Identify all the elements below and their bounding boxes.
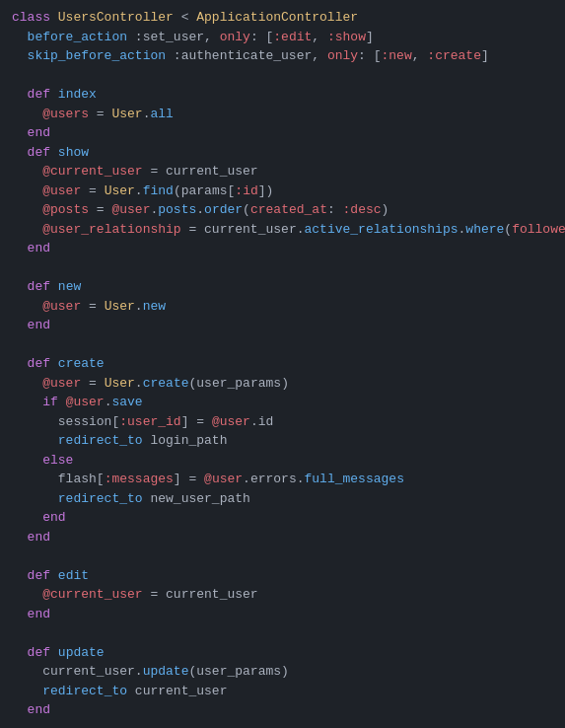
- token-ivar: @user: [212, 414, 250, 429]
- token-kw: else: [42, 453, 73, 468]
- token-method: edit: [58, 568, 89, 583]
- code-line: @user_relationship = current_user.active…: [0, 220, 565, 240]
- token-plain: ,: [312, 30, 327, 44]
- token-method: create: [58, 356, 105, 371]
- token-plain: ): [382, 202, 389, 217]
- code-line: [0, 546, 565, 566]
- token-plain: [12, 433, 58, 448]
- token-plain: [12, 684, 42, 698]
- token-plain: [12, 202, 42, 217]
- token-plain: : [: [250, 30, 273, 44]
- token-symbol: created_at: [250, 202, 327, 217]
- token-plain: [12, 607, 28, 621]
- token-plain: login_path: [150, 433, 227, 448]
- code-line: def new: [0, 277, 565, 297]
- token-method-call: create: [143, 376, 189, 391]
- token-plain: [12, 299, 42, 314]
- code-line: class UsersController < ApplicationContr…: [0, 8, 565, 28]
- token-kw: if: [42, 395, 65, 409]
- token-plain: : [: [358, 48, 381, 63]
- token-method-call: posts: [158, 202, 196, 217]
- code-line: end: [0, 508, 565, 528]
- token-kw: def: [28, 87, 58, 102]
- token-kw: class: [12, 10, 58, 25]
- token-plain: [12, 183, 42, 198]
- token-ivar: @posts: [42, 202, 89, 217]
- token-method: new: [58, 279, 81, 294]
- token-plain: [12, 664, 42, 679]
- token-plain: =: [143, 164, 166, 179]
- token-plain: .: [135, 183, 143, 198]
- token-plain: [12, 530, 28, 545]
- code-line: @current_user = current_user: [0, 162, 565, 182]
- code-line: @user = User.new: [0, 297, 565, 317]
- code-line: @user = User.find(params[:id]): [0, 182, 565, 201]
- token-plain: ): [281, 664, 289, 679]
- token-plain: user_params: [196, 376, 281, 391]
- token-plain: :: [327, 202, 343, 217]
- token-kw: end: [28, 607, 50, 621]
- token-plain: =: [181, 222, 204, 237]
- token-symbol: :show: [327, 30, 366, 44]
- token-kw: def: [28, 279, 58, 294]
- code-line: def edit: [0, 566, 565, 586]
- token-symbol: :create: [427, 48, 481, 63]
- token-plain: params: [181, 183, 228, 198]
- token-const: User: [111, 107, 142, 121]
- token-method-call: redirect_to: [58, 433, 143, 448]
- code-line: else: [0, 451, 565, 471]
- token-method-call: order: [204, 202, 243, 217]
- token-plain: [12, 222, 42, 237]
- token-plain: .: [243, 472, 250, 486]
- token-ivar: @user: [204, 472, 243, 486]
- token-plain: session: [58, 414, 112, 429]
- token-method-call: save: [111, 395, 142, 409]
- token-plain: [12, 145, 28, 160]
- token-plain: ]: [366, 30, 374, 44]
- token-plain: [12, 414, 58, 429]
- token-plain: [12, 645, 28, 660]
- token-plain: [12, 453, 42, 468]
- token-plain: :: [166, 48, 181, 63]
- token-symbol: only: [220, 30, 250, 44]
- token-plain: current_user: [166, 164, 258, 179]
- token-plain: (: [504, 222, 512, 237]
- token-plain: =: [89, 202, 111, 217]
- token-ivar: @current_user: [42, 587, 142, 602]
- token-plain: =: [143, 587, 166, 602]
- code-line: def update: [0, 643, 565, 663]
- token-method-call: new: [143, 299, 166, 314]
- token-symbol: :new: [382, 48, 412, 63]
- token-plain: [: [97, 472, 105, 486]
- token-kw: end: [28, 318, 50, 332]
- code-line: [0, 335, 565, 355]
- code-line: if @user.save: [0, 393, 565, 412]
- token-plain: current_user: [166, 587, 258, 602]
- code-line: current_user.update(user_params): [0, 662, 565, 682]
- token-plain: [12, 702, 28, 717]
- token-plain: [12, 568, 28, 583]
- code-line: def show: [0, 143, 565, 163]
- token-ivar: @user: [42, 299, 81, 314]
- code-line: end: [0, 700, 565, 720]
- token-plain: [12, 587, 42, 602]
- token-plain: new_user_path: [150, 491, 249, 506]
- token-plain: [12, 510, 42, 525]
- token-plain: [12, 491, 58, 506]
- token-plain: [12, 376, 42, 391]
- token-plain: ,: [312, 48, 327, 63]
- token-plain: <: [174, 10, 196, 25]
- token-plain: ]): [258, 183, 274, 198]
- token-method-call: where: [465, 222, 504, 237]
- token-plain: [12, 241, 28, 255]
- code-line: [0, 623, 565, 643]
- code-line: end: [0, 239, 565, 258]
- token-plain: [12, 107, 42, 121]
- token-method-call: update: [143, 664, 189, 679]
- token-plain: =: [81, 376, 104, 391]
- code-line: session[:user_id] = @user.id: [0, 412, 565, 432]
- code-line: @user = User.create(user_params): [0, 374, 565, 394]
- token-method-call: skip_before_action: [28, 48, 166, 63]
- token-plain: [12, 87, 28, 102]
- code-line: redirect_to login_path: [0, 431, 565, 451]
